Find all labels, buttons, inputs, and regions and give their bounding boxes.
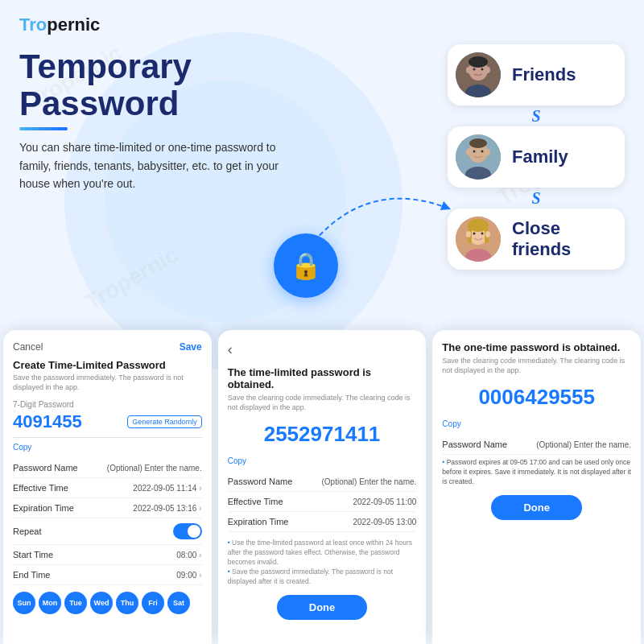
create-subtitle: Save the password immediately. The passw… xyxy=(13,374,202,392)
form-value-end[interactable]: 09:00 › xyxy=(176,571,201,580)
onetime-subtitle: Save the clearing code immediately. The … xyxy=(442,357,631,375)
timelimited-title: The time-limited password is obtained. xyxy=(228,366,417,390)
done-button-2[interactable]: Done xyxy=(277,595,368,620)
person-card-friends: Friends xyxy=(448,44,625,105)
p3-row-name: Password Name (Optional) Enter the name. xyxy=(442,435,631,455)
form-value-expiration[interactable]: 2022-09-05 13:16 › xyxy=(133,504,201,513)
person-label-family: Family xyxy=(512,147,568,167)
p2-row-expiration: Expiration Time 2022-09-05 13:00 xyxy=(228,512,417,532)
hero-section: Temporary Password You can share time-li… xyxy=(19,48,317,193)
svg-point-2 xyxy=(469,56,488,68)
form-label-start: Start Time xyxy=(13,550,53,559)
phone-screen-create: Cancel Save Create Time-Limited Password… xyxy=(3,330,212,644)
p2-value-name[interactable]: (Optional) Enter the name. xyxy=(322,477,417,486)
done-button-3[interactable]: Done xyxy=(491,495,582,520)
svg-point-23 xyxy=(485,231,490,237)
p2-row-effective: Effective Time 2022-09-05 11:00 xyxy=(228,492,417,512)
password-notice: • Password expires at 09-05 17:00 and ca… xyxy=(442,458,631,487)
back-button-2[interactable]: ‹ xyxy=(228,341,417,358)
copy-link-3[interactable]: Copy xyxy=(442,419,631,428)
form-label-effective: Effective Time xyxy=(13,483,68,493)
form-value-effective[interactable]: 2022-09-05 11:14 › xyxy=(133,484,201,493)
timelimited-password: 2552971411 xyxy=(228,422,417,447)
timelimited-subtitle: Save the clearing code immediately. The … xyxy=(228,394,417,412)
person-label-friends: Friends xyxy=(512,64,576,85)
person-card-family: Family xyxy=(448,126,625,188)
form-row-name: Password Name (Optional) Enter the name. xyxy=(13,458,202,478)
password-value[interactable]: 4091455 xyxy=(13,411,82,432)
save-button[interactable]: Save xyxy=(180,341,202,353)
svg-point-14 xyxy=(473,151,476,153)
day-sun[interactable]: Sun xyxy=(13,592,35,614)
p2-value-expiration: 2022-09-05 13:00 xyxy=(353,518,416,526)
day-tue[interactable]: Tue xyxy=(64,592,87,614)
svg-point-5 xyxy=(485,67,490,73)
p2-label-effective: Effective Time xyxy=(228,497,283,506)
form-row-start: Start Time 08:00 › xyxy=(13,545,202,565)
day-mon[interactable]: Mon xyxy=(39,592,61,614)
form-row-repeat: Repeat xyxy=(13,518,202,545)
logo: Tropernic xyxy=(19,14,100,35)
password-input-row: 4091455 Generate Randomly xyxy=(13,411,202,438)
person-label-close-friends: Closefriends xyxy=(512,218,571,261)
lock-circle: 🔒 xyxy=(274,233,338,298)
hero-title: Temporary Password xyxy=(19,48,317,130)
title-underline xyxy=(19,127,68,130)
person-card-close-friends: Closefriends xyxy=(448,208,625,270)
generate-randomly-button[interactable]: Generate Randomly xyxy=(127,415,202,428)
p3-label-name: Password Name xyxy=(442,440,507,449)
days-row: Sun Mon Tue Wed Thu Fri Sat xyxy=(13,592,202,614)
copy-link-2[interactable]: Copy xyxy=(228,456,417,465)
phone1-header: Cancel Save xyxy=(13,341,202,353)
form-row-expiration: Expiration Time 2022-09-05 13:16 › xyxy=(13,498,202,518)
form-value-name[interactable]: (Optional) Enter the name. xyxy=(107,464,202,473)
form-label-name: Password Name xyxy=(13,463,78,473)
digit-label: 7-Digit Password xyxy=(13,400,202,409)
svg-point-24 xyxy=(473,233,476,235)
p3-value-name[interactable]: (Optional) Enter the name. xyxy=(536,440,631,449)
connector-1 xyxy=(448,109,625,123)
form-label-end: End Time xyxy=(13,570,50,580)
avatar-close-friends xyxy=(456,217,501,262)
svg-point-10 xyxy=(469,138,487,148)
svg-point-7 xyxy=(481,68,484,71)
avatar-family xyxy=(456,134,501,180)
copy-link-1[interactable]: Copy xyxy=(13,443,202,452)
form-value-start[interactable]: 08:00 › xyxy=(176,551,201,559)
svg-point-22 xyxy=(466,231,471,237)
svg-point-15 xyxy=(481,151,484,153)
repeat-toggle[interactable] xyxy=(173,523,202,539)
form-label-repeat: Repeat xyxy=(13,526,41,536)
svg-point-12 xyxy=(466,149,471,155)
create-title: Create Time-Limited Password xyxy=(13,359,202,371)
logo-tro: Tro xyxy=(19,14,47,35)
connector-2 xyxy=(448,191,625,205)
cancel-button[interactable]: Cancel xyxy=(13,341,43,353)
svg-point-6 xyxy=(473,68,476,71)
lock-icon: 🔒 xyxy=(290,250,322,281)
notes-text-2: • Use the time-limited password at least… xyxy=(228,539,417,586)
phone-screen-timelimited: ‹ The time-limited password is obtained.… xyxy=(218,330,427,644)
onetime-title: The one-time password is obtained. xyxy=(442,341,631,353)
p2-label-expiration: Expiration Time xyxy=(228,517,289,526)
svg-point-25 xyxy=(481,233,484,235)
phones-row: Cancel Save Create Time-Limited Password… xyxy=(0,330,644,644)
p2-label-name: Password Name xyxy=(228,477,293,486)
day-thu[interactable]: Thu xyxy=(116,592,138,614)
hero-description: You can share time-limited or one-time p… xyxy=(19,138,285,192)
phone-screen-onetime: The one-time password is obtained. Save … xyxy=(432,330,641,644)
day-wed[interactable]: Wed xyxy=(90,592,113,614)
people-cards: Friends Family xyxy=(448,44,625,270)
svg-point-13 xyxy=(485,149,490,155)
onetime-password: 0006429555 xyxy=(442,385,631,410)
p2-row-name: Password Name (Optional) Enter the name. xyxy=(228,472,417,492)
form-row-end: End Time 09:00 › xyxy=(13,565,202,585)
day-fri[interactable]: Fri xyxy=(142,592,164,614)
logo-pernic: pernic xyxy=(47,14,100,35)
day-sat[interactable]: Sat xyxy=(167,592,190,614)
p2-value-effective: 2022-09-05 11:00 xyxy=(353,497,416,506)
form-label-expiration: Expiration Time xyxy=(13,503,74,513)
svg-point-4 xyxy=(466,67,471,73)
dashed-arrow xyxy=(306,161,467,258)
avatar-friends xyxy=(456,52,501,97)
